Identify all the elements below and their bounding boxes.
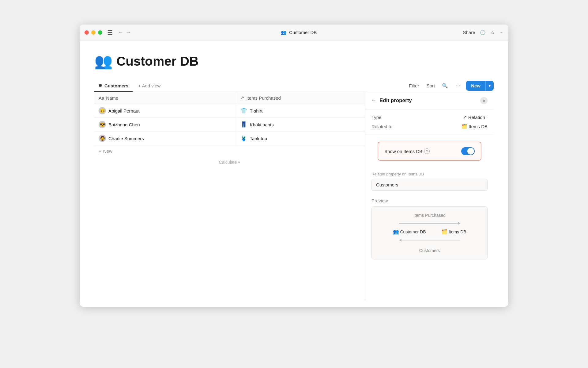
add-view-button[interactable]: + Add view: [134, 80, 165, 91]
preview-top-label: Items Purchased: [413, 213, 446, 218]
window-title: 👥 Customer DB: [135, 30, 463, 35]
table-row[interactable]: 😊 Abigail Pernaut 👕 T-shirt: [94, 104, 365, 118]
share-button[interactable]: Share: [463, 30, 475, 35]
text-type-icon: Aa: [99, 95, 104, 101]
show-on-toggle[interactable]: [461, 147, 475, 155]
customers-table: Aa Name ↗ Items Purchased: [94, 92, 365, 145]
nav-arrows: ← →: [118, 29, 131, 36]
db-title-emoji: 👥: [94, 53, 113, 70]
preview-box: Items Purchased 👥 Customer DB: [371, 206, 488, 259]
preview-customer-db: 👥 Customer DB: [393, 229, 426, 235]
close-button[interactable]: [85, 30, 89, 35]
item-icon: 🩱: [240, 135, 247, 142]
table-panel: Aa Name ↗ Items Purchased: [94, 92, 365, 301]
type-section: Type ↗ Relation › Related to 🗂️ Items DB: [365, 109, 494, 134]
new-main-button[interactable]: New: [466, 81, 485, 91]
history-icon[interactable]: 🕐: [480, 30, 486, 35]
show-on-items-db-section: Show on Items DB ? ←: [371, 138, 488, 164]
item-icon: 👖: [240, 121, 247, 128]
minimize-button[interactable]: [91, 30, 96, 35]
titlebar: ☰ ← → 👥 Customer DB Share 🕐 ☆ ···: [80, 25, 508, 40]
more-options-icon[interactable]: ···: [453, 81, 462, 90]
help-icon[interactable]: ?: [424, 148, 430, 154]
plus-icon: +: [99, 148, 101, 154]
show-on-label: Show on Items DB ?: [384, 148, 430, 154]
favorite-icon[interactable]: ☆: [491, 30, 495, 35]
type-row: Type ↗ Relation ›: [371, 114, 488, 120]
edit-panel-title: Edit property: [379, 98, 412, 104]
fullscreen-button[interactable]: [98, 30, 102, 35]
new-button-group: New ▾: [466, 81, 494, 91]
related-property-input[interactable]: [371, 179, 488, 191]
preview-dbs: 👥 Customer DB 🗂️ Items DB: [393, 229, 466, 235]
name-column-header[interactable]: Aa Name: [94, 92, 236, 104]
related-property-section: Related property on Items DB: [365, 168, 494, 194]
related-to-label: Related to: [371, 124, 392, 129]
traffic-lights: [85, 30, 102, 35]
type-value[interactable]: ↗ Relation ›: [463, 114, 488, 120]
back-icon[interactable]: ←: [371, 98, 376, 103]
filter-button[interactable]: Filter: [407, 82, 421, 90]
preview-items-db: 🗂️ Items DB: [441, 229, 466, 235]
edit-property-panel: ← Edit property ✕ Type ↗ Relation ›: [365, 92, 494, 301]
back-arrow-icon[interactable]: ←: [118, 29, 123, 36]
name-cell: 🧔 Charlie Summers: [94, 132, 236, 145]
db-title-text: Customer DB: [116, 54, 198, 69]
table-panel-container: Aa Name ↗ Items Purchased: [94, 92, 494, 301]
name-cell: 😎 Baizheng Chen: [94, 118, 236, 132]
items-cell: 🩱 Tank top: [236, 132, 365, 145]
tab-left: ⊞ Customers + Add view: [94, 80, 165, 92]
items-db-emoji-icon: 🗂️: [462, 124, 467, 129]
db-title-section: 👥 Customer DB: [94, 53, 494, 70]
tab-customers[interactable]: ⊞ Customers: [94, 80, 133, 92]
table-row[interactable]: 😎 Baizheng Chen 👖 Khaki pants: [94, 118, 365, 132]
add-row-button[interactable]: + New: [94, 145, 365, 157]
avatar: 😎: [99, 121, 106, 128]
item-icon: 👕: [240, 107, 247, 114]
name-cell: 😊 Abigail Pernaut: [94, 104, 236, 118]
close-panel-button[interactable]: ✕: [480, 97, 488, 104]
titlebar-actions: Share 🕐 ☆ ···: [463, 30, 503, 35]
table-icon: ⊞: [99, 83, 103, 88]
more-actions-icon[interactable]: ···: [499, 30, 503, 35]
forward-arrow-icon[interactable]: →: [126, 29, 131, 36]
relation-icon: ↗: [240, 95, 244, 101]
preview-section: Preview Items Purchased 👥 Customer DB: [365, 194, 494, 266]
db-emoji-icon: 👥: [281, 30, 287, 35]
toggle-thumb: [467, 148, 474, 155]
items-cell: 👕 T-shirt: [236, 104, 365, 118]
new-chevron-button[interactable]: ▾: [485, 81, 494, 90]
main-content: 👥 Customer DB ⊞ Customers + Add view Fil…: [80, 40, 508, 307]
chevron-right-icon: ›: [486, 115, 488, 119]
related-property-label: Related property on Items DB: [371, 172, 488, 176]
edit-panel-header-left: ← Edit property: [371, 98, 412, 104]
related-to-value[interactable]: 🗂️ Items DB: [462, 124, 488, 129]
menu-icon[interactable]: ☰: [107, 29, 113, 36]
table-row[interactable]: 🧔 Charlie Summers 🩱 Tank top: [94, 132, 365, 145]
show-on-items-db-row: Show on Items DB ?: [378, 142, 481, 161]
tab-right: Filter Sort 🔍 ··· New ▾: [407, 81, 494, 91]
search-icon[interactable]: 🔍: [440, 81, 450, 90]
calculate-button[interactable]: Calculate ▾: [94, 157, 365, 168]
relation-arrow-icon: ↗: [463, 114, 467, 120]
tab-bar: ⊞ Customers + Add view Filter Sort 🔍 ···…: [94, 80, 494, 92]
type-label: Type: [371, 115, 382, 120]
preview-label: Preview: [371, 198, 488, 203]
items-cell: 👖 Khaki pants: [236, 118, 365, 132]
preview-bottom-label: Customers: [419, 248, 440, 253]
edit-panel-header: ← Edit property ✕: [365, 92, 494, 109]
items-purchased-column-header[interactable]: ↗ Items Purchased: [236, 92, 365, 104]
sort-button[interactable]: Sort: [425, 82, 437, 90]
related-to-row: Related to 🗂️ Items DB: [371, 124, 488, 129]
avatar: 🧔: [99, 135, 106, 142]
avatar: 😊: [99, 107, 106, 114]
